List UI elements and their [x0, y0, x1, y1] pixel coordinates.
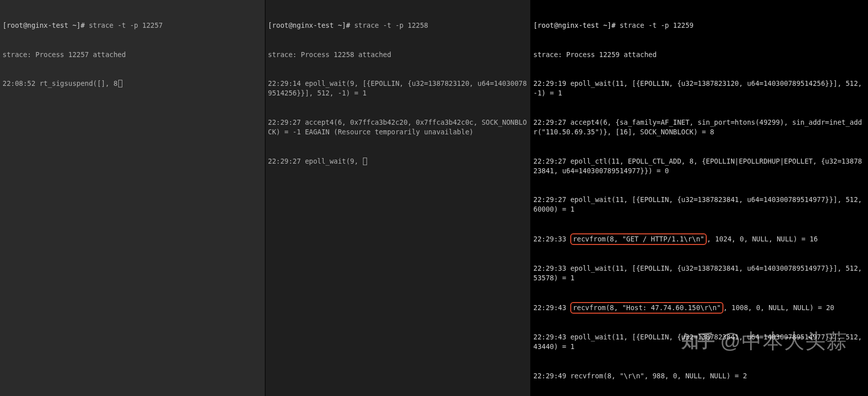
timestamp: 22:29:43	[533, 304, 570, 312]
block-cursor-icon	[118, 80, 122, 87]
command-text: strace -t -p 12257	[89, 21, 163, 29]
output-line: 22:29:27 accept4(6, 0x7ffca3b42c20, 0x7f…	[268, 118, 528, 137]
output-line: strace: Process 12259 attached	[533, 50, 865, 60]
output-line: 22:29:27 accept4(6, {sa_family=AF_INET, …	[533, 118, 865, 137]
terminal-pane-2[interactable]: [root@nginx-test ~]# strace -t -p 12258 …	[265, 0, 531, 396]
highlight-recvfrom-host: recvfrom(8, "Host: 47.74.60.150\r\n"	[570, 302, 723, 314]
output-line: 22:29:33 epoll_wait(11, [{EPOLLIN, {u32=…	[533, 264, 865, 283]
timestamp: 22:29:33	[533, 235, 570, 243]
output-line: 22:29:43 recvfrom(8, "Host: 47.74.60.150…	[533, 303, 865, 313]
output-line: 22:29:43 epoll_wait(11, [{EPOLLIN, {u32=…	[533, 332, 865, 352]
shell-prompt: [root@nginx-test ~]#	[533, 21, 620, 29]
shell-prompt: [root@nginx-test ~]#	[3, 21, 89, 29]
command-text: strace -t -p 12258	[354, 21, 428, 29]
shell-prompt: [root@nginx-test ~]#	[268, 21, 354, 29]
output-line: strace: Process 12257 attached	[3, 50, 262, 60]
prompt-line: [root@nginx-test ~]# strace -t -p 12257	[3, 21, 262, 30]
prompt-line: [root@nginx-test ~]# strace -t -p 12258	[268, 21, 528, 30]
output-text: 22:29:27 epoll_wait(9,	[268, 157, 362, 165]
terminal-pane-1[interactable]: [root@nginx-test ~]# strace -t -p 12257 …	[0, 0, 265, 396]
output-text: 22:08:52 rt_sigsuspend([], 8	[3, 79, 118, 87]
terminal-panes: [root@nginx-test ~]# strace -t -p 12257 …	[0, 0, 868, 396]
block-cursor-icon	[363, 158, 367, 165]
output-text: , 1024, 0, NULL, NULL) = 16	[707, 235, 817, 243]
output-line: 22:08:52 rt_sigsuspend([], 8	[3, 79, 262, 88]
output-line: 22:29:27 epoll_ctl(11, EPOLL_CTL_ADD, 8,…	[533, 157, 865, 176]
terminal-pane-3[interactable]: [root@nginx-test ~]# strace -t -p 12259 …	[531, 0, 868, 396]
output-line: 22:29:49 recvfrom(8, "\r\n", 988, 0, NUL…	[533, 371, 865, 381]
command-text: strace -t -p 12259	[620, 21, 694, 29]
output-line: strace: Process 12258 attached	[268, 50, 528, 60]
output-line: 22:29:19 epoll_wait(11, [{EPOLLIN, {u32=…	[533, 79, 865, 98]
output-text: , 1008, 0, NULL, NULL) = 20	[723, 304, 834, 312]
prompt-line: [root@nginx-test ~]# strace -t -p 12259	[533, 21, 865, 30]
output-line: 22:29:14 epoll_wait(9, [{EPOLLIN, {u32=1…	[268, 79, 528, 98]
output-line: 22:29:27 epoll_wait(9,	[268, 157, 528, 166]
highlight-recvfrom-get: recvfrom(8, "GET / HTTP/1.1\r\n"	[570, 233, 707, 245]
output-line: 22:29:27 epoll_wait(11, [{EPOLLIN, {u32=…	[533, 195, 865, 214]
output-line: 22:29:33 recvfrom(8, "GET / HTTP/1.1\r\n…	[533, 234, 865, 244]
